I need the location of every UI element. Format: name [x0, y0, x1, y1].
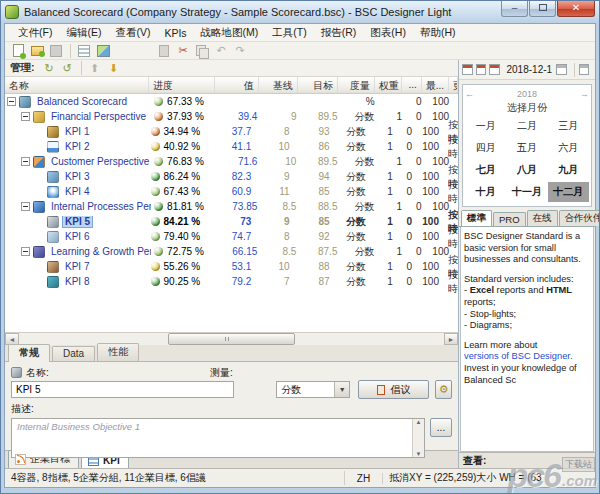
menu-item[interactable]: 报告(R) [314, 26, 364, 40]
column-header[interactable]: 基线 [259, 77, 298, 93]
menu-item[interactable]: 战略地图(M) [194, 26, 266, 40]
detail-tab[interactable]: 性能 [97, 343, 139, 361]
table-row[interactable]: KPI 1 34.94 % 37.7 8 93 分数 1 0 100 按時 [5, 124, 458, 139]
column-header[interactable]: 最... [422, 77, 449, 93]
table-row[interactable]: Balanced Scorecard 67.33 % % 0 100 [5, 94, 458, 109]
tree-expander[interactable] [21, 112, 30, 121]
column-header[interactable]: 进度 [149, 77, 215, 93]
close-button[interactable]: ✕ [557, 1, 595, 17]
table-row[interactable]: Internal Processes Persp... 81.81 % 73.8… [5, 199, 458, 214]
menu-item[interactable]: 编辑(E) [59, 26, 108, 40]
table-row[interactable]: Learning & Growth Persp... 72.75 % 66.15… [5, 244, 458, 259]
column-header[interactable]: 度量 [338, 77, 375, 93]
calendar-month-icon[interactable] [489, 64, 500, 75]
measure-dropdown[interactable]: 分数 ▼ [276, 381, 350, 398]
toolbar-separator [81, 61, 82, 75]
month-cell[interactable]: 四月 [465, 138, 506, 158]
row-name: Balanced Scorecard [35, 96, 129, 107]
month-cell[interactable]: 九月 [548, 160, 589, 180]
scroll-thumb[interactable] [168, 333, 296, 345]
month-cell[interactable]: 二月 [506, 116, 547, 136]
detail-tab[interactable]: 常规 [8, 344, 50, 362]
scroll-track[interactable] [19, 333, 444, 345]
scroll-right-arrow[interactable]: ► [444, 333, 458, 345]
promo-tab[interactable]: 合作伙伴 [559, 210, 600, 226]
menu-item[interactable]: 工具(T) [265, 26, 313, 40]
menu-item[interactable]: KPIs [157, 27, 193, 39]
calendar-week-icon[interactable] [476, 64, 487, 75]
menu-item[interactable]: 图表(H) [363, 26, 413, 40]
maximize-button[interactable] [529, 1, 556, 17]
month-cell[interactable]: 七月 [465, 160, 506, 180]
promo-tab[interactable]: 在线 [527, 210, 558, 226]
description-scrollbar[interactable]: ▲▼ [412, 419, 424, 457]
column-header[interactable]: 更新 [449, 77, 458, 93]
tools-button[interactable]: ⚙ [435, 380, 452, 399]
tree-expander[interactable] [21, 247, 30, 256]
initiatives-button[interactable]: 倡议 [358, 380, 429, 399]
minimize-button[interactable]: – [501, 1, 528, 17]
undo-button[interactable]: ↶ [212, 43, 230, 59]
menu-item[interactable]: 查看(V) [108, 26, 157, 40]
column-header[interactable]: 值 [215, 77, 259, 93]
paste-button[interactable] [155, 43, 173, 59]
copy-button[interactable] [193, 43, 211, 59]
table-row[interactable]: KPI 2 40.92 % 41.1 10 86 分数 1 0 100 按時 [5, 139, 458, 154]
column-header[interactable]: 目标 [298, 77, 339, 93]
column-header[interactable]: ... [402, 77, 422, 93]
table-row[interactable]: KPI 3 86.24 % 82.3 9 94 分数 1 0 100 按時 [5, 169, 458, 184]
table-row[interactable]: Financial Perspective 37.93 % 39.4 9 89.… [5, 109, 458, 124]
table-row[interactable]: KPI 4 67.43 % 60.9 11 85 分数 1 0 100 按時 [5, 184, 458, 199]
calendar-day-icon[interactable] [462, 64, 473, 75]
month-cell[interactable]: 三月 [548, 116, 589, 136]
column-header[interactable]: 权重 [375, 77, 402, 93]
tree-expander[interactable] [7, 97, 16, 106]
tree-expander[interactable] [21, 157, 30, 166]
cut-button[interactable]: ✂ [174, 43, 192, 59]
calendar-range-icon[interactable] [556, 64, 567, 75]
detail-tab[interactable]: Data [52, 346, 95, 361]
row-measure: 分数 [335, 215, 371, 229]
description-textarea[interactable]: Internal Business Objective 1 ▲▼ [11, 418, 425, 458]
table-row[interactable]: KPI 6 79.40 % 74.7 8 92 分数 1 0 100 按時 [5, 229, 458, 244]
kpi-name-input[interactable] [11, 381, 234, 398]
table-row[interactable]: Customer Perspective 76.83 % 71.6 10 89.… [5, 154, 458, 169]
month-cell[interactable]: 八月 [506, 160, 547, 180]
prev-year-arrow[interactable]: ← [465, 89, 474, 99]
month-cell[interactable]: 六月 [548, 138, 589, 158]
row-progress: 84.21 % [164, 216, 201, 227]
title-bar[interactable]: Balanced Scorecard (Company Strategy - S… [1, 1, 599, 23]
save-button[interactable] [47, 43, 65, 59]
chevron-down-icon[interactable]: ▼ [334, 382, 349, 397]
strategy-map-button[interactable] [94, 43, 112, 59]
next-year-arrow[interactable]: → [580, 89, 589, 99]
tree-expander[interactable] [21, 202, 30, 211]
promo-tab[interactable]: 標準 [461, 210, 492, 226]
move-down-button[interactable]: ⬇ [105, 60, 123, 76]
versions-link[interactable]: versions of BSC Designer. [464, 351, 590, 363]
new-file-button[interactable] [9, 43, 27, 59]
add-kpi-button[interactable]: ↻ [41, 60, 58, 76]
month-cell[interactable]: 十一月 [506, 182, 547, 202]
table-row[interactable]: KPI 5 84.21 % 73 9 85 分数 1 0 100 按時 [5, 214, 458, 229]
promo-tab[interactable]: PRO [493, 212, 526, 226]
row-progress: 67.43 % [164, 186, 201, 197]
column-header[interactable]: 名称 [5, 77, 149, 93]
table-row[interactable]: KPI 8 90.25 % 79.2 7 87 分数 1 0 100 按時 [5, 274, 458, 289]
move-up-button[interactable]: ⬆ [86, 60, 104, 76]
month-cell[interactable]: 十月 [465, 182, 506, 202]
add-group-button[interactable]: ↺ [59, 60, 76, 76]
horizontal-scrollbar[interactable]: ◄ ► [5, 332, 458, 345]
open-file-button[interactable] [28, 43, 46, 59]
table-header[interactable]: 名称进度值基线目标度量权重...最...更新 [5, 77, 458, 94]
menu-item[interactable]: 帮助(H) [413, 26, 463, 40]
month-cell[interactable]: 十二月 [548, 182, 589, 202]
month-cell[interactable]: 一月 [465, 116, 506, 136]
menu-item[interactable]: 文件(F) [11, 26, 59, 40]
month-cell[interactable]: 五月 [506, 138, 547, 158]
report-button[interactable] [75, 43, 93, 59]
calendar-settings-icon[interactable] [579, 64, 590, 75]
table-row[interactable]: KPI 7 55.26 % 53.1 10 88 分数 1 0 100 按時 [5, 259, 458, 274]
redo-button[interactable]: ↷ [231, 43, 249, 59]
more-button[interactable]: ... [430, 418, 452, 437]
